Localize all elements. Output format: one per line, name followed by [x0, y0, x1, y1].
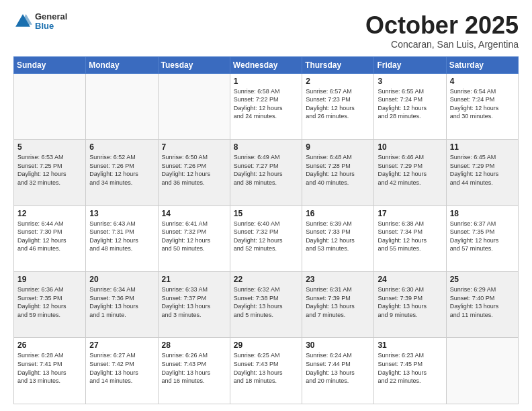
- table-row: 24Sunrise: 6:30 AM Sunset: 7:39 PM Dayli…: [374, 272, 446, 338]
- day-info: Sunrise: 6:46 AM Sunset: 7:29 PM Dayligh…: [378, 153, 442, 187]
- day-info: Sunrise: 6:26 AM Sunset: 7:43 PM Dayligh…: [162, 351, 226, 385]
- day-info: Sunrise: 6:54 AM Sunset: 7:24 PM Dayligh…: [450, 87, 515, 121]
- day-info: Sunrise: 6:39 AM Sunset: 7:33 PM Dayligh…: [306, 220, 370, 253]
- day-number: 13: [89, 209, 154, 218]
- logo-icon: [13, 12, 32, 31]
- table-row: 5Sunrise: 6:53 AM Sunset: 7:25 PM Daylig…: [14, 140, 86, 205]
- calendar-week-row: 19Sunrise: 6:36 AM Sunset: 7:35 PM Dayli…: [14, 272, 519, 338]
- col-sunday: Sunday: [14, 56, 86, 73]
- logo-general-text: General: [35, 12, 67, 21]
- table-row: 2Sunrise: 6:57 AM Sunset: 7:23 PM Daylig…: [302, 73, 374, 139]
- day-number: 14: [162, 209, 226, 218]
- table-row: 17Sunrise: 6:38 AM Sunset: 7:34 PM Dayli…: [374, 205, 446, 271]
- calendar-week-row: 1Sunrise: 6:58 AM Sunset: 7:22 PM Daylig…: [14, 73, 519, 139]
- day-number: 21: [162, 275, 226, 284]
- day-number: 23: [306, 275, 370, 284]
- day-info: Sunrise: 6:45 AM Sunset: 7:29 PM Dayligh…: [450, 153, 515, 187]
- day-number: 28: [162, 340, 226, 350]
- day-info: Sunrise: 6:37 AM Sunset: 7:35 PM Dayligh…: [450, 220, 515, 253]
- day-info: Sunrise: 6:49 AM Sunset: 7:27 PM Dayligh…: [234, 153, 298, 187]
- day-number: 6: [89, 142, 154, 152]
- table-row: 14Sunrise: 6:41 AM Sunset: 7:32 PM Dayli…: [158, 205, 230, 271]
- day-info: Sunrise: 6:38 AM Sunset: 7:34 PM Dayligh…: [378, 220, 442, 253]
- calendar-week-row: 26Sunrise: 6:28 AM Sunset: 7:41 PM Dayli…: [14, 338, 519, 404]
- day-info: Sunrise: 6:43 AM Sunset: 7:31 PM Dayligh…: [89, 220, 154, 253]
- table-row: 1Sunrise: 6:58 AM Sunset: 7:22 PM Daylig…: [230, 73, 302, 139]
- day-number: 10: [378, 142, 442, 152]
- table-row: 10Sunrise: 6:46 AM Sunset: 7:29 PM Dayli…: [374, 140, 446, 205]
- day-number: 31: [378, 340, 442, 350]
- day-number: 3: [378, 77, 442, 86]
- day-number: 24: [378, 275, 442, 284]
- col-tuesday: Tuesday: [158, 56, 230, 73]
- day-info: Sunrise: 6:30 AM Sunset: 7:39 PM Dayligh…: [378, 285, 442, 319]
- table-row: 31Sunrise: 6:23 AM Sunset: 7:45 PM Dayli…: [374, 338, 446, 404]
- table-row: [158, 73, 230, 139]
- day-info: Sunrise: 6:29 AM Sunset: 7:40 PM Dayligh…: [450, 285, 515, 319]
- table-row: 3Sunrise: 6:55 AM Sunset: 7:24 PM Daylig…: [374, 73, 446, 139]
- calendar-header-row: Sunday Monday Tuesday Wednesday Thursday…: [14, 56, 519, 73]
- day-number: 16: [306, 209, 370, 218]
- day-number: 1: [234, 77, 298, 86]
- table-row: 16Sunrise: 6:39 AM Sunset: 7:33 PM Dayli…: [302, 205, 374, 271]
- table-row: 4Sunrise: 6:54 AM Sunset: 7:24 PM Daylig…: [446, 73, 518, 139]
- table-row: 28Sunrise: 6:26 AM Sunset: 7:43 PM Dayli…: [158, 338, 230, 404]
- day-info: Sunrise: 6:50 AM Sunset: 7:26 PM Dayligh…: [162, 153, 226, 187]
- col-friday: Friday: [374, 56, 446, 73]
- col-thursday: Thursday: [302, 56, 374, 73]
- table-row: 18Sunrise: 6:37 AM Sunset: 7:35 PM Dayli…: [446, 205, 518, 271]
- day-number: 25: [450, 275, 515, 284]
- table-row: [446, 338, 518, 404]
- table-row: 7Sunrise: 6:50 AM Sunset: 7:26 PM Daylig…: [158, 140, 230, 205]
- logo: General Blue: [13, 12, 67, 32]
- calendar-week-row: 5Sunrise: 6:53 AM Sunset: 7:25 PM Daylig…: [14, 140, 519, 205]
- table-row: 9Sunrise: 6:48 AM Sunset: 7:28 PM Daylig…: [302, 140, 374, 205]
- day-info: Sunrise: 6:32 AM Sunset: 7:38 PM Dayligh…: [234, 285, 298, 319]
- table-row: [14, 73, 86, 139]
- table-row: 22Sunrise: 6:32 AM Sunset: 7:38 PM Dayli…: [230, 272, 302, 338]
- table-row: 13Sunrise: 6:43 AM Sunset: 7:31 PM Dayli…: [86, 205, 158, 271]
- day-number: 29: [234, 340, 298, 350]
- table-row: 25Sunrise: 6:29 AM Sunset: 7:40 PM Dayli…: [446, 272, 518, 338]
- day-info: Sunrise: 6:41 AM Sunset: 7:32 PM Dayligh…: [162, 220, 226, 253]
- day-number: 4: [450, 77, 515, 86]
- day-number: 12: [17, 209, 82, 218]
- table-row: 21Sunrise: 6:33 AM Sunset: 7:37 PM Dayli…: [158, 272, 230, 338]
- table-row: 19Sunrise: 6:36 AM Sunset: 7:35 PM Dayli…: [14, 272, 86, 338]
- table-row: 20Sunrise: 6:34 AM Sunset: 7:36 PM Dayli…: [86, 272, 158, 338]
- table-row: 15Sunrise: 6:40 AM Sunset: 7:32 PM Dayli…: [230, 205, 302, 271]
- day-number: 7: [162, 142, 226, 152]
- day-number: 5: [17, 142, 82, 152]
- day-info: Sunrise: 6:25 AM Sunset: 7:43 PM Dayligh…: [234, 351, 298, 385]
- table-row: 11Sunrise: 6:45 AM Sunset: 7:29 PM Dayli…: [446, 140, 518, 205]
- day-info: Sunrise: 6:53 AM Sunset: 7:25 PM Dayligh…: [17, 153, 82, 187]
- table-row: 29Sunrise: 6:25 AM Sunset: 7:43 PM Dayli…: [230, 338, 302, 404]
- day-info: Sunrise: 6:28 AM Sunset: 7:41 PM Dayligh…: [17, 351, 82, 385]
- day-info: Sunrise: 6:24 AM Sunset: 7:44 PM Dayligh…: [306, 351, 370, 385]
- day-number: 11: [450, 142, 515, 152]
- location: Concaran, San Luis, Argentina: [365, 39, 519, 50]
- page: General Blue October 2025 Concaran, San …: [0, 0, 532, 411]
- table-row: [86, 73, 158, 139]
- day-number: 22: [234, 275, 298, 284]
- table-row: 12Sunrise: 6:44 AM Sunset: 7:30 PM Dayli…: [14, 205, 86, 271]
- table-row: 30Sunrise: 6:24 AM Sunset: 7:44 PM Dayli…: [302, 338, 374, 404]
- day-number: 18: [450, 209, 515, 218]
- day-info: Sunrise: 6:48 AM Sunset: 7:28 PM Dayligh…: [306, 153, 370, 187]
- title-block: October 2025 Concaran, San Luis, Argenti…: [365, 12, 519, 50]
- day-info: Sunrise: 6:27 AM Sunset: 7:42 PM Dayligh…: [89, 351, 154, 385]
- month-title: October 2025: [365, 12, 519, 39]
- calendar-table: Sunday Monday Tuesday Wednesday Thursday…: [13, 56, 519, 404]
- table-row: 6Sunrise: 6:52 AM Sunset: 7:26 PM Daylig…: [86, 140, 158, 205]
- header: General Blue October 2025 Concaran, San …: [13, 12, 519, 50]
- table-row: 26Sunrise: 6:28 AM Sunset: 7:41 PM Dayli…: [14, 338, 86, 404]
- day-number: 27: [89, 340, 154, 350]
- table-row: 23Sunrise: 6:31 AM Sunset: 7:39 PM Dayli…: [302, 272, 374, 338]
- day-number: 30: [306, 340, 370, 350]
- day-number: 17: [378, 209, 442, 218]
- day-info: Sunrise: 6:23 AM Sunset: 7:45 PM Dayligh…: [378, 351, 442, 385]
- logo-text: General Blue: [35, 12, 67, 32]
- day-info: Sunrise: 6:31 AM Sunset: 7:39 PM Dayligh…: [306, 285, 370, 319]
- table-row: 8Sunrise: 6:49 AM Sunset: 7:27 PM Daylig…: [230, 140, 302, 205]
- day-info: Sunrise: 6:40 AM Sunset: 7:32 PM Dayligh…: [234, 220, 298, 253]
